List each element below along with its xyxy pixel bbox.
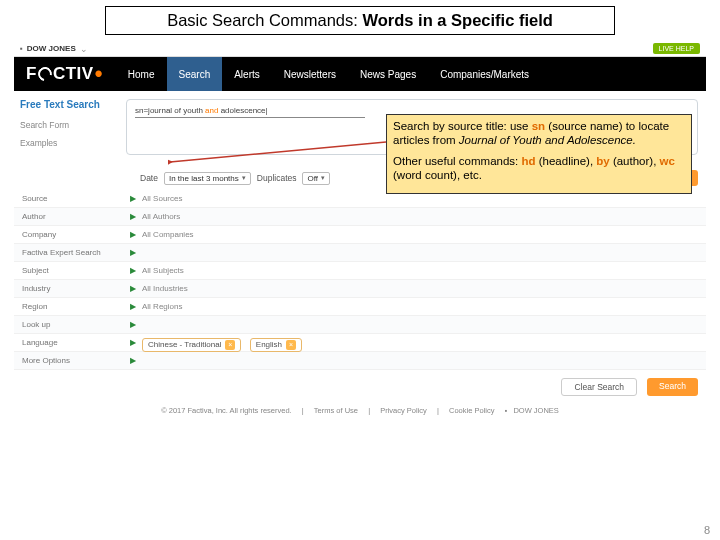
annotation-arrow xyxy=(168,140,388,180)
triangle-icon: ▶ xyxy=(130,302,136,311)
footer: © 2017 Factiva, Inc. All rights reserved… xyxy=(14,402,706,417)
svg-line-0 xyxy=(170,142,386,162)
filter-language[interactable]: Language▶ Chinese - Traditional× English… xyxy=(14,334,706,352)
nav-home[interactable]: Home xyxy=(116,57,167,91)
slide-page-number: 8 xyxy=(704,524,710,536)
search-button-bottom[interactable]: Search xyxy=(647,378,698,396)
filter-industry[interactable]: Industry▶All Industries xyxy=(14,280,706,298)
triangle-icon: ▶ xyxy=(130,338,136,347)
dowjones-label: DOW JONES xyxy=(27,44,76,53)
annotation-callout: Search by source title: use sn (source n… xyxy=(386,114,692,194)
main-nav: FCTIV• Home Search Alerts Newsletters Ne… xyxy=(14,57,706,91)
slide-title-prefix: Basic Search Commands: xyxy=(167,11,362,29)
nav-news-pages[interactable]: News Pages xyxy=(348,57,428,91)
clear-search-button[interactable]: Clear Search xyxy=(561,378,637,396)
live-help-button[interactable]: LIVE HELP xyxy=(653,43,700,54)
triangle-icon: ▶ xyxy=(130,266,136,275)
filter-more-options[interactable]: More Options▶ xyxy=(14,352,706,370)
footer-dowjones: DOW JONES xyxy=(513,406,558,415)
sidebar-examples[interactable]: Examples xyxy=(20,138,120,148)
close-icon[interactable]: × xyxy=(286,340,296,350)
triangle-icon: ▶ xyxy=(130,230,136,239)
slide-title: Basic Search Commands: Words in a Specif… xyxy=(105,6,615,35)
footer-terms[interactable]: Terms of Use xyxy=(314,406,358,415)
filter-list: Source▶All Sources Author▶All Authors Co… xyxy=(14,190,706,370)
triangle-icon: ▶ xyxy=(130,194,136,203)
triangle-icon: ▶ xyxy=(130,356,136,365)
footer-cookie[interactable]: Cookie Policy xyxy=(449,406,494,415)
nav-newsletters[interactable]: Newsletters xyxy=(272,57,348,91)
lang-chip-english: English× xyxy=(250,338,302,352)
close-icon[interactable]: × xyxy=(225,340,235,350)
nav-companies-markets[interactable]: Companies/Markets xyxy=(428,57,541,91)
nav-alerts[interactable]: Alerts xyxy=(222,57,272,91)
filter-expert-search[interactable]: Factiva Expert Search▶ xyxy=(14,244,706,262)
slide-title-emph: Words in a Specific field xyxy=(362,11,552,29)
triangle-icon: ▶ xyxy=(130,320,136,329)
browser-screenshot: ▪ DOW JONES ⌄ LIVE HELP FCTIV• Home Sear… xyxy=(14,41,706,417)
footer-privacy[interactable]: Privacy Policy xyxy=(380,406,427,415)
browser-top-bar: ▪ DOW JONES ⌄ LIVE HELP xyxy=(14,41,706,57)
filter-region[interactable]: Region▶All Regions xyxy=(14,298,706,316)
square-icon: ▪ xyxy=(20,44,23,53)
chevron-down-icon[interactable]: ⌄ xyxy=(80,44,88,54)
date-label: Date xyxy=(140,173,158,183)
free-text-search-label: Free Text Search xyxy=(20,99,120,110)
filter-company[interactable]: Company▶All Companies xyxy=(14,226,706,244)
nav-search[interactable]: Search xyxy=(167,57,223,91)
footer-copyright: © 2017 Factiva, Inc. All rights reserved… xyxy=(161,406,292,415)
bottom-button-row: Clear Search Search xyxy=(14,370,706,402)
search-sidebar: Free Text Search Search Form Examples xyxy=(14,91,126,156)
triangle-icon: ▶ xyxy=(130,248,136,257)
sidebar-search-form[interactable]: Search Form xyxy=(20,120,120,130)
factiva-logo[interactable]: FCTIV• xyxy=(14,57,116,91)
triangle-icon: ▶ xyxy=(130,212,136,221)
filter-lookup[interactable]: Look up▶ xyxy=(14,316,706,334)
lang-chip-chinese: Chinese - Traditional× xyxy=(142,338,241,352)
filter-subject[interactable]: Subject▶All Subjects xyxy=(14,262,706,280)
filter-author[interactable]: Author▶All Authors xyxy=(14,208,706,226)
triangle-icon: ▶ xyxy=(130,284,136,293)
